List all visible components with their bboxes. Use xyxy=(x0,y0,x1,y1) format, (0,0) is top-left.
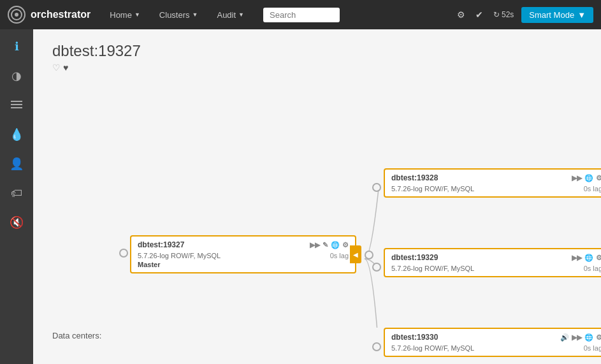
heart-filled-icon[interactable]: ♥ xyxy=(63,62,68,73)
sidebar-item-list[interactable] xyxy=(7,96,26,115)
replica3-lag: 0s lag xyxy=(584,344,601,352)
master-left-connector xyxy=(119,249,128,258)
navbar: orchestrator Home ▼ Clusters ▼ Audit ▼ ⚙… xyxy=(0,0,601,29)
replica2-gear-icon[interactable]: ⚙ xyxy=(596,254,601,262)
master-node-lag: 0s lag xyxy=(330,252,349,259)
replica3-version-row: 5.7.26-log ROW/F, MySQL 0s lag xyxy=(391,344,601,352)
svg-rect-4 xyxy=(11,104,22,105)
master-node-host: dbtest:19327 xyxy=(138,240,184,249)
list-lines-icon xyxy=(11,101,22,110)
replica3-icons: 🔊 ▶▶ 🌐 ⚙ xyxy=(560,333,601,342)
search-input[interactable] xyxy=(263,8,340,22)
master-node-role: Master xyxy=(138,261,349,268)
main-layout: ℹ ◑ 💧 👤 🏷 🔇 dbtest:19327 ♡ ♥ xyxy=(0,29,601,364)
nav-home[interactable]: Home ▼ xyxy=(103,10,147,20)
replica3-host: dbtest:19330 xyxy=(391,333,438,342)
replica3-forward-icon[interactable]: ▶▶ xyxy=(572,333,582,342)
svg-rect-3 xyxy=(11,101,22,102)
replica3-left-connector xyxy=(372,342,381,351)
topology-diagram: dbtest:19327 ▶▶ ✎ 🌐 ⚙ 5.7.26-log ROW/F, … xyxy=(52,85,582,328)
master-node-title-row: dbtest:19327 ▶▶ ✎ 🌐 ⚙ xyxy=(138,240,349,249)
nav-home-label: Home xyxy=(110,10,132,20)
brand[interactable]: orchestrator xyxy=(8,6,91,24)
master-node-version: 5.7.26-log ROW/F, MySQL xyxy=(138,252,221,259)
svg-point-2 xyxy=(15,13,18,17)
replica1-gear-icon[interactable]: ⚙ xyxy=(596,174,601,182)
nav-clusters-caret-icon: ▼ xyxy=(192,11,198,18)
replica2-icons: ▶▶ 🌐 ⚙ xyxy=(572,254,601,262)
sidebar-item-user[interactable]: 👤 xyxy=(7,154,26,173)
page-title: dbtest:19327 xyxy=(52,42,582,60)
replica2-version-row: 5.7.26-log ROW/F, MySQL 0s lag xyxy=(391,265,601,272)
replica1-version-row: 5.7.26-log ROW/F, MySQL 0s lag xyxy=(391,185,601,193)
smart-mode-button[interactable]: Smart Mode ▼ xyxy=(521,7,593,23)
master-globe-icon[interactable]: 🌐 xyxy=(331,241,340,249)
master-node-icons: ▶▶ ✎ 🌐 ⚙ xyxy=(310,241,349,249)
master-node-card: dbtest:19327 ▶▶ ✎ 🌐 ⚙ 5.7.26-log ROW/F, … xyxy=(130,235,356,273)
heart-empty-icon[interactable]: ♡ xyxy=(52,62,61,73)
sidebar-item-info[interactable]: ℹ xyxy=(7,37,26,56)
data-centers-label: Data centers: xyxy=(52,331,101,340)
replica2-node-card: dbtest:19329 ▶▶ 🌐 ⚙ 5.7.26-log ROW/F, My… xyxy=(384,248,601,277)
sidebar-item-contrast[interactable]: ◑ xyxy=(7,66,26,85)
brand-logo-icon xyxy=(8,6,25,24)
replica1-host: dbtest:19328 xyxy=(391,173,438,182)
sidebar-item-drop[interactable]: 💧 xyxy=(7,125,26,144)
sidebar: ℹ ◑ 💧 👤 🏷 🔇 xyxy=(0,29,33,364)
replica3-title-row: dbtest:19330 🔊 ▶▶ 🌐 ⚙ xyxy=(391,333,601,342)
replica1-left-connector xyxy=(372,183,381,192)
replica3-globe-icon[interactable]: 🌐 xyxy=(584,333,593,342)
nav-audit-caret-icon: ▼ xyxy=(238,11,244,18)
replica3-gear-icon[interactable]: ⚙ xyxy=(596,333,601,342)
replica2-forward-icon[interactable]: ▶▶ xyxy=(572,254,582,262)
replica3-speaker-icon[interactable]: 🔊 xyxy=(560,333,569,342)
replica1-forward-icon[interactable]: ▶▶ xyxy=(572,174,582,182)
master-forward-icon[interactable]: ▶▶ xyxy=(310,241,320,249)
smart-mode-caret-icon: ▼ xyxy=(577,10,586,20)
nav-audit-label: Audit xyxy=(217,10,236,20)
replica2-host: dbtest:19329 xyxy=(391,253,438,262)
replica1-icons: ▶▶ 🌐 ⚙ xyxy=(572,174,601,182)
replica1-node-card: dbtest:19328 ▶▶ 🌐 ⚙ 5.7.26-log ROW/F, My… xyxy=(384,168,601,198)
settings-icon[interactable]: ⚙ xyxy=(454,7,468,22)
sidebar-item-tag[interactable]: 🏷 xyxy=(7,184,26,203)
replica3-node-card: dbtest:19330 🔊 ▶▶ 🌐 ⚙ 5.7.26-log ROW/F, … xyxy=(384,328,601,357)
master-right-connector xyxy=(365,251,373,259)
smart-mode-label: Smart Mode xyxy=(529,10,574,20)
sidebar-item-mute[interactable]: 🔇 xyxy=(7,213,26,232)
collapse-button[interactable]: ◀ xyxy=(350,245,361,263)
topology-lines xyxy=(52,85,582,328)
replica1-title-row: dbtest:19328 ▶▶ 🌐 ⚙ xyxy=(391,173,601,182)
nav-audit[interactable]: Audit ▼ xyxy=(210,10,250,20)
replica2-version: 5.7.26-log ROW/F, MySQL xyxy=(391,265,474,272)
brand-label: orchestrator xyxy=(31,9,91,20)
master-node-version-row: 5.7.26-log ROW/F, MySQL 0s lag xyxy=(138,252,349,259)
navbar-right: ⚙ ✔ ↻ 52s Smart Mode ▼ xyxy=(454,7,593,23)
replica3-version: 5.7.26-log ROW/F, MySQL xyxy=(391,344,474,352)
master-gear-icon[interactable]: ⚙ xyxy=(342,241,349,249)
svg-rect-5 xyxy=(11,107,22,108)
timer-label: ↻ 52s xyxy=(491,8,517,22)
nav-clusters-label: Clusters xyxy=(159,10,190,20)
replica2-lag: 0s lag xyxy=(584,265,601,272)
replica1-globe-icon[interactable]: 🌐 xyxy=(584,174,593,182)
title-icons-area: ♡ ♥ xyxy=(52,62,582,73)
check-circle-icon[interactable]: ✔ xyxy=(473,7,486,22)
replica1-lag: 0s lag xyxy=(584,185,601,193)
replica2-left-connector xyxy=(372,263,381,272)
replica1-version: 5.7.26-log ROW/F, MySQL xyxy=(391,185,474,193)
nav-clusters[interactable]: Clusters ▼ xyxy=(153,10,205,20)
replica2-globe-icon[interactable]: 🌐 xyxy=(584,254,593,262)
master-edit-icon[interactable]: ✎ xyxy=(322,241,328,249)
content-area: dbtest:19327 ♡ ♥ dbtest:19327 xyxy=(33,29,601,364)
replica2-title-row: dbtest:19329 ▶▶ 🌐 ⚙ xyxy=(391,253,601,262)
nav-home-caret-icon: ▼ xyxy=(134,11,140,18)
